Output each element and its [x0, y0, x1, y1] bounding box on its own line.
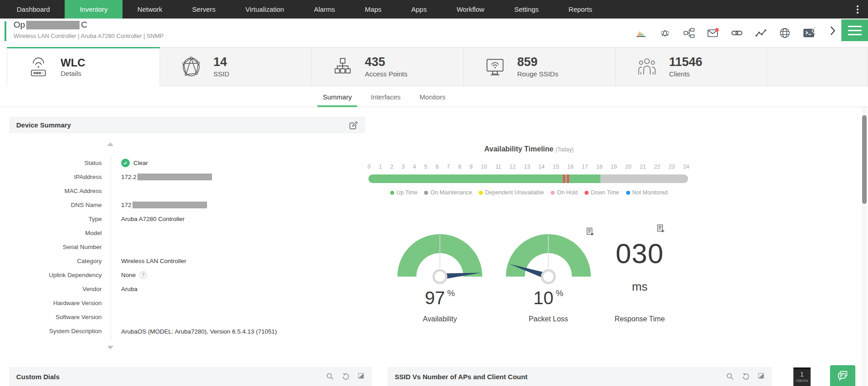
chevron-left-icon[interactable] — [808, 25, 820, 37]
access-points-label: Access Points — [365, 70, 407, 78]
status-accent-bar — [5, 21, 6, 41]
timeline-segment-up — [368, 174, 563, 183]
summary-content: Device Summary Status Clear IPAddress 17… — [0, 107, 868, 360]
response-time-label: Response Time — [592, 315, 687, 323]
access-points-hierarchy-icon — [331, 56, 354, 78]
field-row-vendor: Vendor Aruba — [9, 282, 365, 296]
field-row-software: Software Version — [9, 310, 365, 324]
availability-timeline-bar[interactable] — [368, 174, 688, 183]
card-wlc-details[interactable]: WLC Details — [7, 47, 160, 86]
help-icon[interactable]: ? — [139, 271, 147, 279]
tab-summary[interactable]: Summary — [317, 86, 357, 107]
device-summary-title: Device Summary — [16, 121, 71, 129]
rouge-ssids-count: 859 — [517, 56, 558, 69]
nav-reports[interactable]: Reports — [554, 0, 608, 19]
ssid-count: 14 — [213, 56, 229, 69]
field-row-ipaddress: IPAddress 172.2 — [9, 170, 365, 184]
card-filler — [767, 47, 868, 86]
alarm-bell-icon[interactable] — [659, 27, 671, 39]
response-time-unit: ms — [592, 280, 687, 294]
nav-maps[interactable]: Maps — [350, 0, 396, 19]
ip-value: 172.2 — [121, 174, 137, 180]
expand-icon[interactable] — [758, 372, 766, 381]
top-nav: Dashboard Inventory Network Servers Virt… — [0, 0, 868, 19]
kebab-menu-icon[interactable] — [852, 0, 863, 19]
field-row-sysdesc: System Description ArubaOS (MODEL: Aruba… — [9, 324, 365, 338]
edit-icon[interactable] — [349, 120, 358, 130]
alarm-count-widget[interactable]: 1 Alarms — [793, 367, 811, 386]
rouge-ssids-label: Rouge SSIDs — [517, 70, 558, 78]
performance-chart-icon[interactable] — [635, 27, 647, 39]
device-breadcrumb: Wireless LAN Controller | Aruba A7280 Co… — [14, 33, 164, 39]
timeline-segment-up — [569, 174, 600, 183]
device-toolbar — [635, 23, 815, 43]
tab-monitors[interactable]: Monitors — [414, 86, 451, 107]
refresh-icon[interactable] — [742, 372, 750, 381]
detail-tabs: Summary Interfaces Monitors — [0, 86, 868, 107]
view-report-icon[interactable] — [586, 227, 594, 236]
wlc-router-icon — [27, 56, 50, 79]
summary-cards: WLC Details 14 SSID 435 Access Points — [0, 47, 868, 86]
field-row-hardware: Hardware Version — [9, 296, 365, 310]
tab-interfaces[interactable]: Interfaces — [365, 86, 406, 107]
redaction-box — [26, 21, 80, 29]
nav-alarms[interactable]: Alarms — [299, 0, 350, 19]
custom-dials-title: Custom Dials — [16, 373, 326, 381]
card-access-points[interactable]: 435 Access Points — [311, 47, 464, 86]
chat-button[interactable] — [830, 365, 855, 386]
globe-icon[interactable] — [779, 27, 791, 39]
nav-dashboard[interactable]: Dashboard — [2, 0, 65, 19]
card-rouge-ssids[interactable]: 859 Rouge SSIDs — [464, 47, 616, 86]
expand-icon[interactable] — [358, 372, 366, 381]
nav-inventory[interactable]: Inventory — [65, 0, 123, 19]
nav-virtualization[interactable]: Virtualization — [231, 0, 299, 19]
mail-badge — [715, 28, 719, 32]
view-report-icon[interactable] — [656, 224, 665, 233]
chat-bubbles-icon — [836, 369, 849, 382]
availability-value: 97% — [395, 288, 485, 308]
search-icon[interactable] — [326, 372, 334, 381]
link-icon[interactable] — [731, 27, 743, 39]
nav-network[interactable]: Network — [123, 0, 177, 19]
fields-scroll-up-icon[interactable] — [107, 142, 113, 146]
chevron-right-icon[interactable] — [826, 25, 838, 37]
card-clients[interactable]: 11546 Clients — [616, 47, 767, 86]
ssid-chart-title: SSID Vs Number of APs and Client Count — [395, 373, 726, 381]
nav-servers[interactable]: Servers — [177, 0, 231, 19]
field-row-mac: MAC Address — [9, 184, 365, 198]
timeline-period: (Today) — [556, 146, 574, 153]
availability-timeline-title: Availability Timeline (Today) — [368, 145, 689, 153]
packet-loss-label: Packet Loss — [503, 315, 594, 323]
packet-loss-value: 10% — [503, 288, 594, 308]
hamburger-menu-icon[interactable] — [841, 19, 868, 41]
traffic-line-icon[interactable] — [755, 27, 767, 39]
nav-settings[interactable]: Settings — [499, 0, 553, 19]
availability-label: Availability — [395, 315, 485, 323]
field-row-serial: Serial Number — [9, 240, 365, 254]
device-summary-fields: Status Clear IPAddress 172.2 MAC Address… — [9, 156, 365, 340]
ssid-label: SSID — [213, 70, 229, 78]
device-title-prefix: Op — [14, 20, 25, 30]
timeline-segment-remaining — [600, 174, 688, 183]
scrollbar-thumb[interactable] — [862, 115, 867, 204]
device-title-suffix: C — [81, 20, 87, 30]
dns-value: 172 — [121, 202, 132, 208]
status-clear-check-icon — [121, 159, 130, 167]
device-header: Op C Wireless LAN Controller | Aruba A72… — [0, 19, 868, 47]
mail-icon[interactable] — [707, 27, 719, 39]
search-icon[interactable] — [726, 372, 734, 381]
workflow-icon[interactable] — [683, 27, 695, 39]
clients-people-icon — [636, 56, 658, 78]
ssid-sphere-icon — [180, 56, 203, 78]
refresh-icon[interactable] — [342, 372, 350, 381]
redaction-box — [137, 174, 212, 180]
clients-label: Clients — [669, 70, 703, 78]
availability-gauge — [395, 230, 485, 287]
device-title: Op C — [14, 20, 87, 30]
nav-apps[interactable]: Apps — [396, 0, 442, 19]
fields-scroll-down-icon[interactable] — [107, 346, 113, 349]
card-ssid[interactable]: 14 SSID — [160, 47, 311, 86]
rouge-ssid-monitor-icon — [484, 56, 506, 78]
nav-workflow[interactable]: Workflow — [442, 0, 499, 19]
redaction-box — [132, 202, 207, 208]
